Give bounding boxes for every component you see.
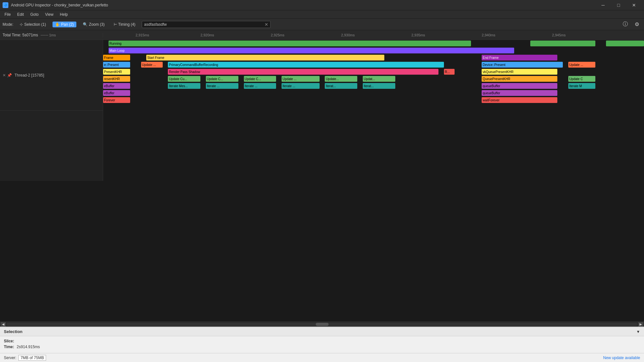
span-ebuffer-1[interactable]: eBuffer <box>103 83 130 89</box>
span-update-cu-2[interactable]: Update C... <box>206 76 238 82</box>
mode-label: Mode: <box>3 22 13 27</box>
thread-tracks: Running Main Loop Frame Start Frame End … <box>103 40 644 181</box>
search-container: ✕ <box>142 21 271 28</box>
span-e-present[interactable]: e::Present <box>103 62 130 68</box>
slice-label: Slice: <box>4 339 14 343</box>
span-r[interactable]: R... <box>444 69 455 75</box>
scroll-thumb[interactable] <box>316 323 329 326</box>
timing-label: Timing (4) <box>118 22 136 27</box>
zoom-label: Zoom (3) <box>89 22 105 27</box>
server-value: 7MB of 75MB <box>18 355 46 361</box>
scroll-left-button[interactable]: ◀ <box>1 322 6 327</box>
menu-view[interactable]: View <box>42 10 57 19</box>
span-iterate-4[interactable]: Iterate ... <box>282 83 320 89</box>
span-iterate-6[interactable]: Iterat... <box>363 83 395 89</box>
span-forever[interactable]: Forever <box>103 97 130 103</box>
mode-selection-button[interactable]: ⊹ Selection (1) <box>17 22 48 27</box>
span-running-2[interactable] <box>530 41 595 46</box>
menu-goto[interactable]: Goto <box>27 10 42 19</box>
span-render-pass-shadow[interactable]: Render Pass Shadow <box>168 69 438 75</box>
pan-icon: ✋ <box>55 22 60 27</box>
span-update-cu-1[interactable]: Update Cu... <box>168 76 200 82</box>
span-frame[interactable]: Frame <box>103 55 130 60</box>
update-link[interactable]: New update available <box>603 356 640 360</box>
mode-pan-button[interactable]: ✋ Pan (2) <box>53 22 76 27</box>
thread-close-icon[interactable]: ✕ <box>3 73 6 78</box>
span-update-cu-5[interactable]: Update... <box>325 76 357 82</box>
title-bar-controls: ─ □ ✕ <box>596 0 641 10</box>
search-input[interactable] <box>144 22 264 27</box>
scroll-track[interactable] <box>6 323 638 326</box>
span-running-1[interactable]: Running <box>109 41 471 46</box>
span-wait-forever[interactable]: waitForever <box>482 97 557 103</box>
maximize-button[interactable]: □ <box>611 0 626 10</box>
track-update-cu: resentKHR Update Cu... Update C... Updat… <box>103 75 644 82</box>
time-marker-5: 2,940ms <box>482 33 495 37</box>
track-forever: Forever waitForever <box>103 97 644 104</box>
menu-help[interactable]: Help <box>57 10 71 19</box>
span-start-frame[interactable]: Start Frame <box>146 55 384 60</box>
span-present-khr[interactable]: PresentKHR <box>103 69 130 75</box>
time-marker-1: 2,920ms <box>200 33 214 37</box>
mode-timing-button[interactable]: ⊢ Timing (4) <box>111 22 138 27</box>
span-present-khr-2[interactable]: resentKHR <box>103 76 130 82</box>
span-primary-cmd[interactable]: PrimaryCommandBufferRecording <box>168 62 444 68</box>
span-update-cu-3[interactable]: Update C... <box>244 76 276 82</box>
time-marker-0: 2,915ms <box>136 33 149 37</box>
server-info: Server: 7MB of 75MB <box>4 355 46 361</box>
bottom-panel: Selection ▼ Slice: Time: 2s914.915ms <box>0 327 644 353</box>
selection-content: Slice: Time: 2s914.915ms <box>0 336 644 353</box>
thread-label: ✕ 📌 Thread-2 [15785] <box>0 40 103 111</box>
timeline-container: Total Time: 5s071ms ─── 1ms 2,915ms 2,92… <box>0 30 644 327</box>
window-title: Android GPU Inspector - chonky_bender_vu… <box>11 3 108 7</box>
menu-edit[interactable]: Edit <box>14 10 27 19</box>
time-marker-4: 2,935ms <box>411 33 425 37</box>
selection-label: Selection (1) <box>24 22 46 27</box>
span-end-frame[interactable]: End Frame <box>482 55 557 60</box>
span-iterate-2[interactable]: Iterate ... <box>206 83 238 89</box>
selection-collapse-icon[interactable]: ▼ <box>636 330 640 334</box>
track-iterate: eBuffer Iterate Mes... Iterate ... Itera… <box>103 82 644 89</box>
close-button[interactable]: ✕ <box>627 0 641 10</box>
settings-button[interactable]: ⚙ <box>632 20 641 29</box>
zoom-icon: 🔍 <box>83 22 88 27</box>
server-label: Server: <box>4 356 16 360</box>
span-update-c-last[interactable]: Update C <box>568 76 595 82</box>
timing-icon: ⊢ <box>114 22 117 27</box>
thread-area: ✕ 📌 Thread-2 [15785] Running Main Loop F… <box>0 40 644 181</box>
mode-zoom-button[interactable]: 🔍 Zoom (3) <box>80 22 107 27</box>
span-queue-present-khr[interactable]: QueuePresentKHR <box>482 76 557 82</box>
track-frames: Frame Start Frame End Frame <box>103 54 644 61</box>
span-update-cu-6[interactable]: Updat... <box>363 76 395 82</box>
minimize-button[interactable]: ─ <box>596 0 610 10</box>
title-bar: 🔷 Android GPU Inspector - chonky_bender_… <box>0 0 644 10</box>
thread-pin-icon[interactable]: 📌 <box>7 73 12 78</box>
span-device-present[interactable]: Device::Present <box>482 62 563 68</box>
menu-file[interactable]: File <box>1 10 14 19</box>
search-clear-icon[interactable]: ✕ <box>264 22 268 27</box>
time-marker-6: 2,945ms <box>552 33 566 37</box>
time-value: 2s914.915ms <box>17 345 40 349</box>
span-running-3[interactable] <box>606 41 644 46</box>
scroll-right-button[interactable]: ▶ <box>638 322 643 327</box>
span-queue-buffer-1[interactable]: queueBuffer <box>482 83 557 89</box>
track-present: e::Present Update ... PrimaryCommandBuff… <box>103 61 644 68</box>
time-marker-2: 2,925ms <box>271 33 284 37</box>
span-update-1[interactable]: Update ... <box>141 62 163 68</box>
time-marker-3: 2,930ms <box>341 33 355 37</box>
selection-slice-row: Slice: <box>4 339 640 343</box>
span-ebuffer-2[interactable]: eBuffer <box>103 90 130 96</box>
span-iterate-5[interactable]: Iterat... <box>325 83 357 89</box>
track-main-loop: Main Loop <box>103 47 644 54</box>
span-iterate-last[interactable]: Iterate M <box>568 83 595 89</box>
span-update-cu-4[interactable]: Update ... <box>282 76 320 82</box>
span-iterate-3[interactable]: Iterate ... <box>244 83 276 89</box>
span-update-2[interactable]: Update ... <box>568 62 595 68</box>
info-button[interactable]: ⓘ <box>621 20 630 29</box>
span-vk-queue-present[interactable]: vkQueuePresentKHR <box>482 69 557 75</box>
span-iterate-1[interactable]: Iterate Mes... <box>168 83 200 89</box>
horizontal-scrollbar: ◀ ▶ <box>0 321 644 327</box>
span-main-loop[interactable]: Main Loop <box>109 48 514 53</box>
track-ébuffer2: eBuffer queueBuffer <box>103 89 644 97</box>
span-queue-buffer-2[interactable]: queueBuffer <box>482 90 557 96</box>
